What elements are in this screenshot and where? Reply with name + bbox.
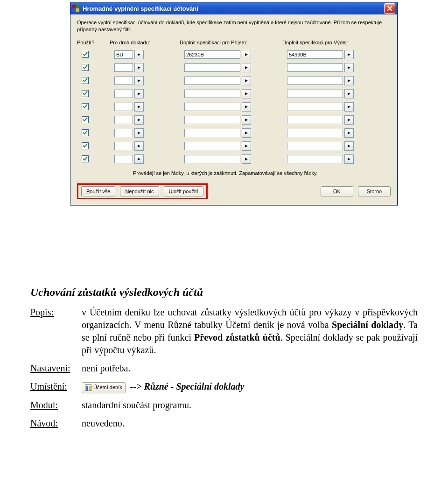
expense-spec-input[interactable]: [287, 77, 343, 85]
doc-type-input[interactable]: [114, 129, 133, 137]
toolbar-button-ucetni-denik[interactable]: Účetní deník: [82, 382, 126, 393]
income-spec-input[interactable]: [184, 142, 240, 150]
close-button[interactable]: [384, 3, 395, 14]
income-spec-input[interactable]: [184, 116, 240, 124]
header-in: Doplnit specifikaci pro Příjem:: [180, 40, 282, 45]
income-spec-input[interactable]: [184, 155, 240, 163]
header-type: Pro druh dokladu:: [110, 40, 180, 45]
form-row: [77, 113, 391, 126]
doc-type-input[interactable]: [114, 155, 133, 163]
income-spec-input[interactable]: [184, 129, 240, 137]
doc-type-input[interactable]: [114, 103, 133, 111]
value-modul: standardní součást programu.: [82, 399, 418, 412]
expense-spec-input[interactable]: [287, 90, 343, 98]
doc-row-nastaveni: Nastavení: není potřeba.: [30, 362, 418, 375]
use-checkbox[interactable]: [82, 64, 89, 71]
doc-type-input[interactable]: [114, 142, 133, 150]
header-out: Doplnit specifikaci pro Výdej:: [282, 40, 385, 45]
document-section: Uchování zůstatků výsledkových účtů Popi…: [30, 285, 418, 435]
picker-button[interactable]: [344, 128, 354, 138]
expense-spec-input[interactable]: [287, 129, 343, 137]
picker-button[interactable]: [242, 76, 251, 85]
label-nastaveni: Nastavení:: [30, 362, 82, 375]
doc-row-modul: Modul: standardní součást programu.: [30, 399, 418, 412]
use-checkbox[interactable]: [82, 142, 89, 149]
picker-button[interactable]: [134, 115, 144, 125]
expense-spec-input[interactable]: [287, 116, 343, 124]
picker-button[interactable]: [344, 102, 354, 112]
ok-button[interactable]: OK: [321, 186, 353, 196]
income-spec-input[interactable]: [184, 77, 240, 85]
picker-button[interactable]: [344, 76, 354, 85]
umisteni-path: --> Různé - Speciální doklady: [130, 381, 245, 391]
use-none-button[interactable]: Nepoužít nic: [120, 186, 159, 196]
picker-button[interactable]: [242, 102, 251, 112]
picker-button[interactable]: [242, 50, 251, 59]
value-nastaveni: není potřeba.: [82, 362, 418, 375]
picker-button[interactable]: [344, 154, 354, 164]
picker-button[interactable]: [344, 89, 354, 98]
picker-button[interactable]: [134, 102, 144, 112]
doc-row-navod: Návod: neuvedeno.: [30, 417, 418, 430]
doc-type-input[interactable]: [114, 90, 133, 98]
use-checkbox[interactable]: [82, 77, 89, 84]
use-checkbox[interactable]: [82, 51, 89, 58]
form-row: [77, 74, 391, 87]
expense-spec-input[interactable]: [287, 155, 343, 163]
value-navod: neuvedeno.: [82, 417, 418, 430]
picker-button[interactable]: [242, 141, 251, 151]
dialog-body: Operace vyplní specifikaci účtování do d…: [70, 14, 397, 205]
save-use-button[interactable]: Uložit použití: [164, 186, 203, 196]
expense-spec-input[interactable]: [287, 63, 343, 72]
doc-type-input[interactable]: [114, 77, 133, 85]
picker-button[interactable]: [344, 115, 354, 125]
use-checkbox[interactable]: [82, 90, 89, 97]
form-row: [77, 48, 391, 61]
dialog-window: Hromadné vyplnění specifikací účtování O…: [70, 2, 398, 205]
income-spec-input[interactable]: [184, 90, 240, 98]
picker-button[interactable]: [134, 154, 144, 164]
picker-button[interactable]: [344, 141, 354, 151]
picker-button[interactable]: [242, 63, 251, 72]
picker-button[interactable]: [134, 141, 144, 151]
expense-spec-input[interactable]: [287, 142, 343, 150]
expense-spec-input[interactable]: [287, 103, 343, 111]
picker-button[interactable]: [242, 115, 251, 125]
use-checkbox[interactable]: [82, 129, 89, 136]
picker-button[interactable]: [242, 89, 251, 98]
picker-button[interactable]: [134, 89, 144, 98]
picker-button[interactable]: [242, 128, 251, 138]
column-headers: Použít? Pro druh dokladu: Doplnit specif…: [77, 40, 391, 45]
picker-button[interactable]: [344, 50, 354, 59]
expense-spec-input[interactable]: [287, 50, 343, 59]
footer-note: Provádějí se jen řádky, u kterých je zaš…: [133, 170, 391, 176]
use-all-button[interactable]: Použít vše: [81, 186, 115, 196]
picker-button[interactable]: [134, 76, 144, 85]
income-spec-input[interactable]: [184, 63, 240, 72]
label-umisteni: Umístění:: [30, 380, 82, 393]
picker-button[interactable]: [134, 50, 144, 59]
doc-row-popis: Popis: v Účetním deníku lze uchovat zůst…: [30, 306, 418, 356]
income-spec-input[interactable]: [184, 50, 240, 59]
income-spec-input[interactable]: [184, 103, 240, 111]
popis-bold-1: Speciální doklady: [332, 320, 403, 330]
titlebar: Hromadné vyplnění specifikací účtování: [70, 2, 397, 14]
doc-type-input[interactable]: [114, 50, 133, 59]
picker-button[interactable]: [242, 154, 251, 164]
doc-type-input[interactable]: [114, 116, 133, 124]
toolbar-button-label: Účetní deník: [93, 384, 122, 391]
app-icon: [72, 5, 80, 12]
picker-button[interactable]: [344, 63, 354, 72]
picker-button[interactable]: [134, 128, 144, 138]
highlighted-button-group: Použít vše Nepoužít nic Uložit použití: [77, 183, 208, 199]
popis-bold-2: Převod zůstatků účtů: [194, 332, 280, 342]
form-row: [77, 126, 391, 140]
picker-button[interactable]: [134, 63, 144, 72]
cancel-button[interactable]: Storno: [358, 186, 391, 196]
value-popis: v Účetním deníku lze uchovat zůstatky vý…: [82, 306, 418, 356]
use-checkbox[interactable]: [82, 155, 89, 162]
doc-type-input[interactable]: [114, 63, 133, 72]
use-checkbox[interactable]: [82, 116, 89, 123]
use-checkbox[interactable]: [82, 103, 89, 110]
form-row: [77, 100, 391, 113]
